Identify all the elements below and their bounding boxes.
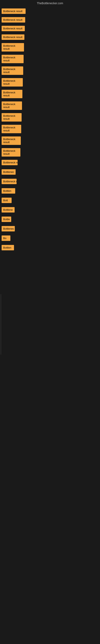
- bottleneck-item-22[interactable]: Bottlenec: [1, 226, 15, 232]
- bottleneck-item-7[interactable]: Bottleneck result: [1, 66, 23, 75]
- row-17: Bottleneck r: [1, 178, 99, 186]
- row-5: Bottleneck result: [1, 42, 99, 53]
- bottleneck-item-19[interactable]: Bott: [1, 198, 12, 203]
- site-title: TheBottlenecker.com: [0, 0, 100, 6]
- bottleneck-item-9[interactable]: Bottleneck result: [1, 90, 22, 98]
- bottleneck-item-16[interactable]: Bottlenec: [1, 169, 16, 175]
- bottleneck-item-2[interactable]: Bottleneck result: [1, 17, 25, 22]
- bottleneck-item-21[interactable]: Bottle: [1, 216, 11, 222]
- bottleneck-item-14[interactable]: Bottleneck result: [1, 148, 20, 156]
- bottleneck-item-20[interactable]: Bottlene: [1, 207, 15, 212]
- bottleneck-item-4[interactable]: Bottleneck result: [1, 34, 24, 40]
- row-23: Bo: [1, 234, 99, 243]
- bottleneck-item-17[interactable]: Bottleneck r: [1, 179, 17, 184]
- row-22: Bottlenec: [1, 225, 99, 234]
- bottleneck-item-12[interactable]: Bottleneck result: [1, 125, 21, 133]
- bottleneck-item-8[interactable]: Bottleneck result: [1, 78, 23, 86]
- row-8: Bottleneck result: [1, 77, 99, 88]
- bottleneck-item-23[interactable]: Bo: [1, 236, 10, 241]
- row-13: Bottleneck result: [1, 135, 99, 146]
- row-19: Bott: [1, 196, 99, 205]
- row-15: Bottleneck re: [1, 158, 99, 167]
- row-11: Bottleneck result: [1, 112, 99, 123]
- bottleneck-item-3[interactable]: Bottleneck result: [1, 26, 25, 31]
- row-20: Bottlene: [1, 206, 99, 214]
- row-12: Bottleneck result: [1, 124, 99, 134]
- row-18: Bottlen: [1, 187, 99, 196]
- bottom-section: [0, 254, 100, 455]
- row-2: Bottleneck result: [1, 16, 99, 24]
- bottleneck-item-11[interactable]: Bottleneck result: [1, 113, 22, 122]
- row-14: Bottleneck result: [1, 147, 99, 158]
- page-content: Bottleneck result Bottleneck result Bott…: [0, 6, 100, 254]
- bottleneck-item-6[interactable]: Bottleneck result: [1, 55, 24, 63]
- bottleneck-item-5[interactable]: Bottleneck result: [1, 43, 24, 52]
- vertical-line: [1, 294, 1, 354]
- row-4: Bottleneck result: [1, 33, 99, 41]
- bottleneck-item-15[interactable]: Bottleneck re: [1, 160, 18, 165]
- bottleneck-item-24[interactable]: Bottlen: [1, 245, 14, 250]
- row-7: Bottleneck result: [1, 65, 99, 76]
- bottleneck-item-13[interactable]: Bottleneck result: [1, 136, 21, 145]
- row-9: Bottleneck result: [1, 88, 99, 100]
- row-21: Bottle: [1, 215, 99, 224]
- bottleneck-item-1[interactable]: Bottleneck result: [1, 8, 26, 14]
- row-3: Bottleneck result: [1, 24, 99, 32]
- row-6: Bottleneck result: [1, 54, 99, 64]
- row-1: Bottleneck result: [1, 7, 99, 15]
- row-16: Bottlenec: [1, 168, 99, 177]
- bottleneck-item-18[interactable]: Bottlen: [1, 188, 15, 194]
- row-24: Bottlen: [1, 244, 99, 252]
- bottleneck-item-10[interactable]: Bottleneck result: [1, 102, 22, 110]
- row-10: Bottleneck result: [1, 100, 99, 111]
